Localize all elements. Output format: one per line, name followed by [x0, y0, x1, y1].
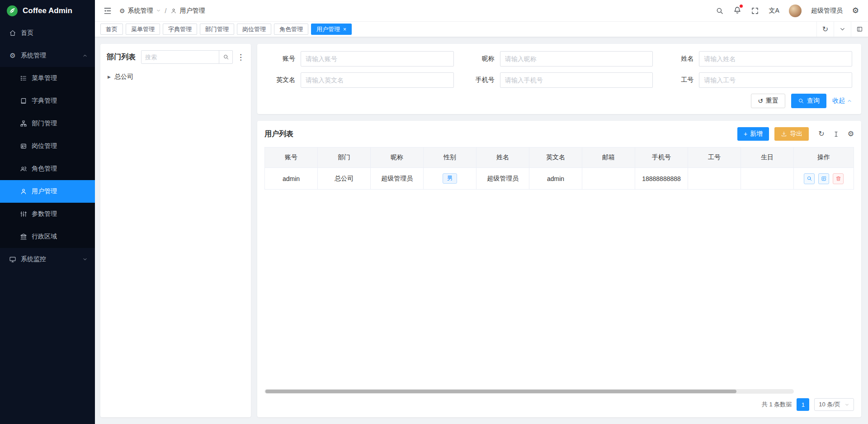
cell-job-no: [688, 168, 741, 190]
tree-expand-icon[interactable]: ▶: [108, 75, 111, 79]
search-label: 查询: [807, 97, 820, 105]
page-size-value: 10 条/页: [819, 400, 840, 409]
id-badge-icon: [20, 143, 27, 150]
column-settings-gear-icon[interactable]: ⚙: [848, 130, 854, 138]
cell-nickname: 超级管理员: [371, 168, 424, 190]
filter-card: 账号 昵称 姓名 英文名: [257, 44, 861, 114]
department-panel-header: 部门列表 ⋮: [107, 50, 245, 64]
refresh-icon[interactable]: ↻: [818, 130, 824, 138]
sidebar-item-label: 角色管理: [32, 165, 57, 173]
search-button[interactable]: 查询: [791, 94, 826, 108]
tab-menu-mgmt[interactable]: 菜单管理: [126, 24, 160, 35]
cell-name: 超级管理员: [476, 168, 529, 190]
coffee-logo-icon: [6, 5, 18, 17]
table-row[interactable]: admin 总公司 超级管理员 男 超级管理员 admin 1888888888…: [265, 168, 854, 190]
col-en-name: 英文名: [529, 148, 582, 168]
tab-dict-mgmt[interactable]: 字典管理: [163, 24, 197, 35]
sidebar-item-user-mgmt[interactable]: 用户管理: [0, 180, 95, 203]
export-button[interactable]: 导出: [774, 127, 809, 141]
row-density-icon[interactable]: [832, 130, 840, 138]
settings-gear-icon[interactable]: ⚙: [852, 7, 859, 14]
breadcrumb-label: 用户管理: [179, 7, 205, 15]
tab-role-mgmt[interactable]: 角色管理: [274, 24, 308, 35]
tab-dept-mgmt[interactable]: 部门管理: [200, 24, 234, 35]
table-header-row: 账号 部门 昵称 性别 姓名 英文名 邮箱 手机号 工号 生日 操作: [265, 148, 854, 168]
breadcrumb-separator: /: [165, 7, 167, 14]
language-icon[interactable]: 文A: [769, 7, 779, 15]
tree-node-root[interactable]: ▶ 总公司: [107, 70, 245, 84]
sidebar-item-param-mgmt[interactable]: 参数管理: [0, 203, 95, 225]
tab-home[interactable]: 首页: [100, 24, 123, 35]
department-search-input[interactable]: [142, 51, 219, 63]
field-label: 昵称: [466, 55, 495, 63]
tab-menu-dropdown[interactable]: [834, 22, 851, 37]
sidebar-item-dict-mgmt[interactable]: 字典管理: [0, 90, 95, 112]
sidebar-item-post-mgmt[interactable]: 岗位管理: [0, 135, 95, 157]
horizontal-scrollbar[interactable]: [264, 389, 794, 394]
cell-birthday: [741, 168, 794, 190]
sidebar-item-label: 岗位管理: [32, 142, 57, 150]
col-gender: 性别: [424, 148, 476, 168]
notifications-button[interactable]: [733, 6, 741, 15]
add-user-button[interactable]: + 新增: [737, 127, 769, 141]
reset-label: 重置: [766, 97, 778, 105]
filter-field-en-name: 英文名: [266, 72, 454, 88]
avatar[interactable]: [789, 5, 802, 17]
view-button[interactable]: [804, 173, 815, 184]
tab-post-mgmt[interactable]: 岗位管理: [237, 24, 271, 35]
right-column: 账号 昵称 姓名 英文名: [257, 44, 861, 417]
sidebar-item-system[interactable]: ⚙ 系统管理: [0, 44, 95, 67]
account-input[interactable]: [301, 51, 454, 67]
name-input[interactable]: [699, 51, 852, 67]
scrollbar-thumb[interactable]: [265, 390, 736, 393]
sidebar-item-menu-mgmt[interactable]: 菜单管理: [0, 67, 95, 90]
en-name-input[interactable]: [301, 72, 454, 88]
page-1-button[interactable]: 1: [797, 398, 809, 411]
sidebar-item-role-mgmt[interactable]: 角色管理: [0, 157, 95, 180]
username[interactable]: 超级管理员: [811, 7, 843, 15]
collapse-filter-link[interactable]: 收起: [832, 97, 852, 105]
topbar: ⚙ 系统管理 / 用户管理 文A 超级管理员: [95, 0, 868, 22]
notification-badge: [740, 5, 743, 8]
col-account: 账号: [265, 148, 318, 168]
nickname-input[interactable]: [500, 51, 653, 67]
sidebar-submenu-system: 菜单管理 字典管理 部门管理 岗位管理 角色管理: [0, 67, 95, 248]
tab-label: 部门管理: [205, 25, 229, 33]
sidebar-item-region-mgmt[interactable]: 行政区域: [0, 225, 95, 248]
cell-phone: 18888888888: [635, 168, 688, 190]
phone-input[interactable]: [500, 72, 653, 88]
fullscreen-icon[interactable]: [751, 7, 759, 15]
reset-button[interactable]: ↺ 重置: [751, 94, 785, 108]
tab-label: 岗位管理: [242, 25, 266, 33]
search-icon[interactable]: [716, 7, 724, 15]
edit-pencil-icon: [821, 176, 827, 181]
user-list-title: 用户列表: [264, 129, 293, 139]
breadcrumb-label: 系统管理: [128, 7, 153, 15]
refresh-tab-button[interactable]: ↻: [816, 22, 834, 37]
tab-close-icon[interactable]: ×: [343, 27, 346, 32]
breadcrumb-item-system[interactable]: ⚙ 系统管理: [119, 7, 161, 15]
layout-icon: [856, 26, 863, 33]
sidebar: Coffee Admin 首页 ⚙ 系统管理 菜单管理 字典管理: [0, 0, 95, 424]
more-options-icon[interactable]: ⋮: [237, 53, 245, 61]
collapse-sidebar-icon[interactable]: [103, 6, 112, 15]
cell-operations: [794, 168, 854, 190]
delete-button[interactable]: [833, 173, 844, 184]
tab-user-mgmt[interactable]: 用户管理 ×: [311, 24, 352, 35]
sidebar-item-dept-mgmt[interactable]: 部门管理: [0, 112, 95, 135]
cell-email: [582, 168, 635, 190]
department-search-button[interactable]: [219, 51, 232, 63]
layout-toggle-button[interactable]: [851, 22, 868, 37]
page-size-select[interactable]: 10 条/页: [814, 398, 854, 411]
chevron-down-icon: [839, 26, 846, 33]
job-no-input[interactable]: [699, 72, 852, 88]
add-label: 新增: [750, 130, 763, 138]
edit-button[interactable]: [818, 173, 829, 184]
user-list-actions: + 新增 导出 ↻ ⚙: [737, 127, 854, 141]
sidebar-item-monitor[interactable]: 系统监控: [0, 248, 95, 271]
field-label: 手机号: [466, 76, 495, 84]
filter-field-nickname: 昵称: [466, 51, 653, 67]
reset-icon: ↺: [758, 98, 763, 104]
user-list-header: 用户列表 + 新增 导出 ↻: [264, 127, 854, 141]
sidebar-item-home[interactable]: 首页: [0, 22, 95, 44]
